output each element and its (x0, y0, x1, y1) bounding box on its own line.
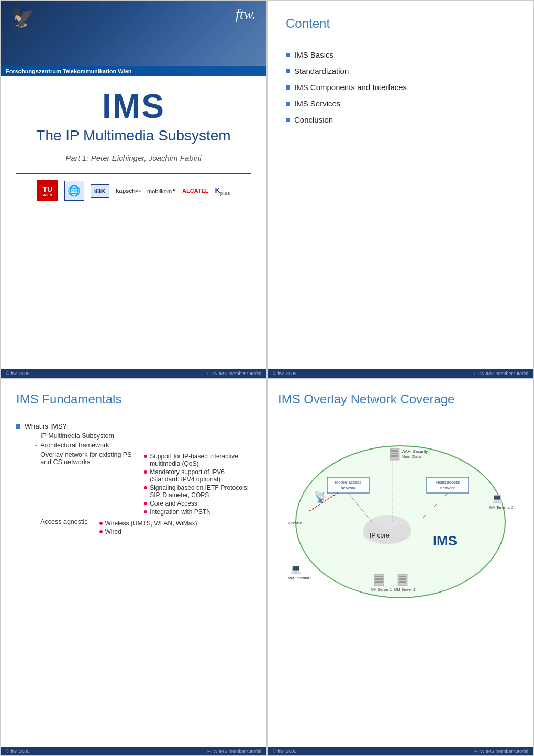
partner-logos: TUWIEN 🌐 iBK kapsch»» mobilkom▲ ALCATEL … (16, 173, 251, 201)
bullet-icon (286, 69, 290, 73)
sub-sub-label: Integration with PSTN (150, 508, 211, 516)
svg-text:IMS: IMS (433, 533, 457, 549)
svg-rect-9 (391, 453, 398, 454)
dot-icon (99, 530, 103, 533)
bullet-icon (286, 118, 290, 122)
dash-icon (35, 442, 37, 449)
svg-rect-32 (399, 576, 406, 577)
sub-sub-item: Signaling based on IETF-Protocols: SIP, … (144, 484, 251, 499)
dot-icon (144, 502, 147, 505)
access-list: Wireless (UMTS, WLAN, WiMax) Wired (99, 519, 197, 536)
sub-sub-list: Support for IP-based interactive multime… (144, 452, 251, 516)
kplus-logo: Kplus (215, 186, 230, 196)
alcatel-logo: ALCATEL (182, 188, 209, 194)
overlay-heading: IMS Overlay Network Coverage (278, 392, 523, 407)
mobilkom-logo: mobilkom▲ (147, 187, 176, 194)
access-item: Wired (99, 528, 197, 536)
header-overlay (1, 1, 266, 76)
footer-left-4: © ftw. 2005 (273, 749, 296, 754)
bullet-icon (16, 424, 20, 429)
svg-text:MM Terminal 1: MM Terminal 1 (288, 576, 312, 580)
list-item: Standardization (286, 63, 515, 79)
slide-2-footer: © ftw. 2005 FTW IMS member tutorial (268, 369, 533, 378)
slide-4-overlay: IMS Overlay Network Coverage IP core IMS (267, 378, 534, 757)
dot-icon (144, 455, 147, 458)
list-item-label: IMS Basics (294, 50, 333, 59)
slide-1-body: IMS The IP Multimedia Subsystem Part 1: … (1, 76, 266, 378)
svg-text:network: network (440, 486, 455, 490)
svg-text:💻: 💻 (291, 564, 301, 574)
access-label: Wired (105, 528, 121, 535)
content-heading: Content (286, 16, 515, 31)
slide-1-header: 🦅 ftw. Forschungszentrum Telekommunikati… (1, 1, 266, 76)
list-item: IMS Components and Interfaces (286, 79, 515, 95)
bird-icon: 🦅 (11, 7, 35, 29)
slide-1-footer: © ftw. 2005 FTW IMS member tutorial (1, 369, 266, 378)
sub-sub-label: Core and Access (150, 500, 197, 507)
network-diagram: IP core IMS AAA, Security User Data Mobi… (278, 422, 523, 740)
globe-logo: 🌐 (64, 181, 84, 201)
dot-icon (99, 522, 103, 525)
svg-rect-33 (399, 578, 406, 580)
sub-list-item: IP Multimedia Subsystem (35, 431, 251, 441)
svg-text:Fixed access: Fixed access (436, 480, 460, 485)
access-agnostic-label: Access agnostic (40, 518, 87, 525)
sub-list-item: Overlay network for existing PS and CS n… (35, 450, 251, 517)
dash-icon (35, 432, 37, 440)
list-item-label: IMS Components and Interfaces (294, 83, 407, 92)
kapsch-logo: kapsch»» (116, 188, 141, 194)
slide-2-content: Content IMS Basics Standardization IMS C… (267, 0, 534, 378)
sub-sub-item: Core and Access (144, 499, 251, 508)
svg-text:📡: 📡 (314, 491, 327, 503)
svg-text:IP core: IP core (370, 532, 390, 539)
dash-icon (35, 518, 37, 525)
footer-left-1: © ftw. 2005 (6, 371, 29, 376)
list-item: IMS Services (286, 95, 515, 112)
access-label: Wireless (UMTS, WLAN, WiMax) (105, 520, 197, 527)
footer-right-3: FTW IMS member tutorial (207, 749, 261, 754)
access-item: Wireless (UMTS, WLAN, WiMax) (99, 519, 197, 528)
slide-1-title: 🦅 ftw. Forschungszentrum Telekommunikati… (0, 0, 267, 378)
footer-right-4: FTW IMS member tutorial (474, 749, 528, 754)
footer-right-1: FTW IMS member tutorial (207, 371, 261, 376)
fundamentals-heading: IMS Fundamentals (16, 392, 251, 407)
fund-main-item: What is IMS? IP Multimedia Subsystem Arc… (16, 420, 251, 538)
dot-icon (144, 486, 147, 489)
sub-sub-label: Support for IP-based interactive multime… (150, 453, 251, 467)
what-is-ims: What is IMS? (25, 422, 66, 430)
slide-3-footer: © ftw. 2005 FTW IMS member tutorial (1, 747, 266, 755)
footer-left-3: © ftw. 2005 (6, 749, 29, 754)
footer-left-2: © ftw. 2005 (273, 371, 296, 376)
sub-sub-label: Signaling based on IETF-Protocols: SIP, … (150, 484, 251, 499)
overlay-svg: IP core IMS AAA, Security User Data Mobi… (288, 433, 513, 606)
svg-rect-27 (375, 576, 383, 577)
sub-item-label: IP Multimedia Subsystem (40, 432, 114, 440)
list-item-label: Standardization (294, 67, 349, 75)
fundamentals-list: What is IMS? IP Multimedia Subsystem Arc… (16, 420, 251, 538)
list-item: Conclusion (286, 112, 515, 128)
slide-3-fundamentals: IMS Fundamentals What is IMS? IP Multime… (0, 378, 267, 757)
svg-rect-28 (375, 578, 383, 580)
svg-rect-29 (375, 581, 383, 583)
svg-text:MM Server 2: MM Server 2 (394, 588, 415, 591)
svg-rect-34 (399, 581, 406, 583)
svg-text:💻: 💻 (492, 493, 503, 503)
content-list: IMS Basics Standardization IMS Component… (286, 47, 515, 128)
sub-sub-label: Mandatory support of IPV6 (Standard: IPV… (150, 468, 251, 483)
svg-text:Mobile/MM device: Mobile/MM device (288, 521, 302, 525)
list-item-label: Conclusion (294, 115, 333, 124)
ibk-logo: iBK (91, 184, 109, 198)
ftw-logo: ftw. (236, 6, 256, 23)
svg-text:User Data: User Data (402, 454, 421, 459)
forschung-text: Forschungszentrum Telekommunikation Wien (6, 68, 132, 74)
bullet-icon (286, 102, 290, 106)
ims-subtitle: The IP Multimedia Subsystem (16, 127, 251, 144)
presentation-grid: 🦅 ftw. Forschungszentrum Telekommunikati… (0, 0, 534, 756)
ims-main-title: IMS (16, 90, 251, 123)
svg-text:MM Server 1: MM Server 1 (371, 588, 392, 591)
svg-text:Mobile access: Mobile access (335, 480, 362, 485)
sub-item-label: Overlay network for existing PS and CS n… (40, 451, 132, 466)
slide-4-footer: © ftw. 2005 FTW IMS member tutorial (268, 747, 533, 755)
sub-list-item: Architectural framework (35, 441, 251, 450)
sub-sub-item: Support for IP-based interactive multime… (144, 452, 251, 468)
